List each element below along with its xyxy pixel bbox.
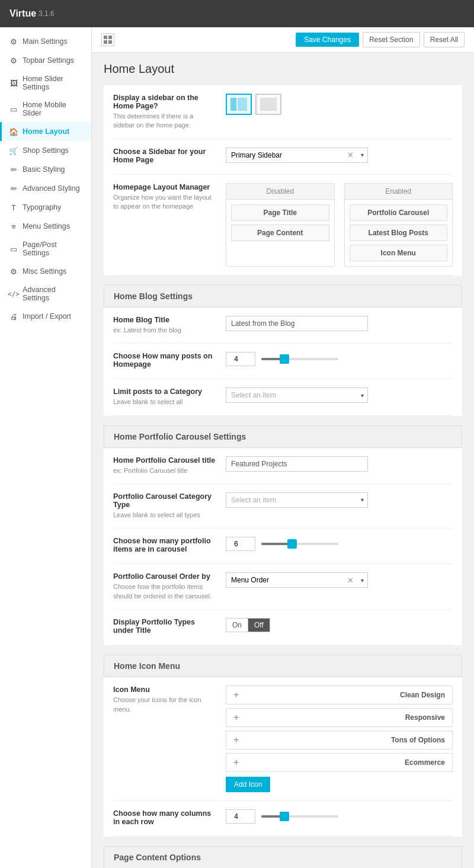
menu-icon: ≡	[9, 222, 18, 231]
list-item[interactable]: + Responsive	[226, 708, 453, 727]
action-bar: Save Changes Reset Section Reset All	[92, 27, 474, 53]
layout-item-portfolio-carousel[interactable]: Portfolio Carousel	[350, 204, 448, 221]
icon-menu-item-label: Responsive	[250, 713, 445, 722]
portfolio-items-slider-thumb[interactable]	[287, 539, 297, 549]
layout-manager-label: Homepage Layout Manager	[113, 183, 216, 191]
sidebar-display-row: Display a sidebar on the Home Page? This…	[113, 85, 453, 139]
list-item[interactable]: + Clean Design	[226, 686, 453, 704]
sidebar-select-wrap: Primary Sidebar ✕ ▾	[226, 148, 368, 163]
sidebar-display-desc: This determines if there is a sidebar on…	[113, 112, 216, 130]
portfolio-types-on-button[interactable]: On	[226, 618, 248, 632]
main-content: Save Changes Reset Section Reset All Hom…	[92, 27, 474, 868]
portfolio-types-toggle: On Off	[226, 618, 453, 632]
icon-columns-label: Choose how many columns in each row	[113, 809, 216, 826]
layout-item-page-title[interactable]: Page Title	[231, 204, 329, 221]
sidebar-item-typography[interactable]: T Typography	[0, 198, 91, 217]
add-icon-button[interactable]: Add Icon	[226, 777, 270, 792]
posts-count-label: Choose How many posts on Homepage	[113, 352, 216, 369]
svg-rect-0	[104, 36, 107, 39]
icon-menu-label: Icon Menu	[113, 686, 216, 694]
blog-title-input[interactable]	[226, 316, 368, 331]
sidebar-item-label: Misc Settings	[23, 267, 66, 276]
carousel-title-desc: ex: Portfolio Carousel title	[113, 466, 216, 475]
posts-slider-thumb[interactable]	[280, 354, 289, 364]
icon-menu-item-label: Tons of Options	[250, 736, 445, 744]
sidebar-item-misc-settings[interactable]: ⚙ Misc Settings	[0, 262, 91, 281]
sidebar-select-clear[interactable]: ✕	[344, 150, 357, 159]
sidebar-item-label: Home Slider Settings	[23, 75, 84, 91]
icon-columns-slider-thumb[interactable]	[280, 812, 289, 821]
carousel-title-input[interactable]	[226, 456, 368, 472]
icon-menu-section: Icon Menu Choose your icons for the icon…	[104, 677, 462, 837]
gear-icon: ⚙	[9, 56, 18, 65]
sidebar-item-advanced-settings[interactable]: </> Advanced Settings	[0, 281, 91, 307]
layout-item-page-content[interactable]: Page Content	[231, 225, 329, 241]
portfolio-category-row: Portfolio Carousel Category Type Leave b…	[113, 484, 453, 529]
portfolio-order-desc: Choose how the portfolio items should be…	[113, 582, 216, 601]
svg-rect-3	[108, 40, 112, 44]
portfolio-category-label: Portfolio Carousel Category Type	[113, 492, 216, 509]
sidebar-item-advanced-styling[interactable]: ✏ Advanced Styling	[0, 179, 91, 198]
portfolio-items-slider	[261, 543, 338, 545]
sidebar-item-page-post-settings[interactable]: ▭ Page/Post Settings	[0, 236, 91, 262]
sidebar-item-menu-settings[interactable]: ≡ Menu Settings	[0, 217, 91, 236]
layout-manager: Disabled Page Title Page Content Enabled…	[226, 183, 453, 267]
layout-manager-desc: Organize how you want the layout to appe…	[113, 193, 216, 212]
layout-with-sidebar[interactable]	[226, 94, 252, 115]
layout-manager-row: Homepage Layout Manager Organize how you…	[113, 175, 453, 276]
sidebar-item-topbar-settings[interactable]: ⚙ Topbar Settings	[0, 51, 91, 70]
portfolio-order-select[interactable]: Menu Order	[226, 573, 344, 587]
category-select[interactable]: Select an item	[226, 388, 357, 402]
sidebar-item-label: Home Layout	[23, 127, 69, 136]
list-item[interactable]: + Ecommerce	[226, 753, 453, 772]
layout-selector	[226, 94, 453, 115]
sidebar-item-label: Import / Export	[23, 312, 71, 321]
carousel-title-row: Home Portfolio Carousel title ex: Portfo…	[113, 448, 453, 484]
layout-no-sidebar[interactable]	[255, 94, 281, 115]
category-limit-row: Limit posts to a Category Leave blank to…	[113, 379, 453, 415]
list-item[interactable]: + Tons of Options	[226, 731, 453, 750]
svg-rect-6	[260, 98, 277, 111]
sidebar: ⚙ Main Settings ⚙ Topbar Settings 🖼 Home…	[0, 27, 92, 868]
sidebar-item-home-slider[interactable]: 🖼 Home Slider Settings	[0, 70, 91, 96]
sidebar-item-label: Main Settings	[23, 37, 68, 46]
icon-columns-slider-track[interactable]	[261, 815, 338, 818]
layout-item-latest-blog-posts[interactable]: Latest Blog Posts	[350, 225, 448, 241]
posts-count-input[interactable]	[226, 352, 255, 366]
category-select-wrap: Select an item ▾	[226, 387, 368, 403]
sidebar-select[interactable]: Primary Sidebar	[226, 148, 344, 162]
icon-columns-control	[226, 809, 453, 824]
portfolio-settings-section: Home Portfolio Carousel title ex: Portfo…	[104, 448, 462, 646]
category-limit-desc: Leave blank to select all	[113, 398, 216, 406]
sidebar-item-main-settings[interactable]: ⚙ Main Settings	[0, 32, 91, 51]
icon-columns-input[interactable]	[226, 809, 255, 824]
enabled-header: Enabled	[345, 184, 453, 200]
svg-rect-5	[238, 98, 247, 111]
save-changes-button[interactable]: Save Changes	[296, 33, 359, 47]
sidebar-item-shop-settings[interactable]: 🛒 Shop Settings	[0, 141, 91, 160]
portfolio-items-input[interactable]	[226, 537, 255, 551]
disabled-header: Disabled	[226, 184, 334, 200]
portfolio-settings-header: Home Portfolio Carousel Settings	[104, 425, 462, 448]
app-version: 3.1.6	[39, 9, 55, 18]
layout-item-icon-menu[interactable]: Icon Menu	[350, 245, 448, 261]
sidebar-item-basic-styling[interactable]: ✏ Basic Styling	[0, 160, 91, 179]
portfolio-items-row: Choose how many portfolio items are in c…	[113, 529, 453, 564]
sidebar-item-home-layout[interactable]: 🏠 Home Layout	[0, 122, 91, 141]
plus-icon: +	[233, 735, 243, 745]
posts-slider-track[interactable]	[261, 358, 338, 360]
sidebar-item-import-export[interactable]: 🖨 Import / Export	[0, 307, 91, 326]
sidebar-item-label: Topbar Settings	[23, 56, 74, 65]
sidebar-item-label: Advanced Styling	[23, 184, 80, 193]
portfolio-types-off-button[interactable]: Off	[248, 618, 270, 632]
plus-icon: +	[233, 712, 243, 723]
icon-menu-desc: Choose your icons for the icon menu.	[113, 696, 216, 714]
reset-all-button[interactable]: Reset All	[424, 32, 465, 47]
grid-view-button[interactable]	[101, 33, 114, 46]
sidebar-item-home-mobile-slider[interactable]: ▭ Home Mobile Slider	[0, 96, 91, 122]
portfolio-order-select-clear[interactable]: ✕	[344, 576, 357, 585]
reset-section-button[interactable]: Reset Section	[363, 32, 420, 47]
portfolio-category-select[interactable]: Select an item	[226, 493, 357, 507]
portfolio-items-slider-track[interactable]	[261, 543, 338, 545]
portfolio-order-label: Portfolio Carousel Order by	[113, 572, 216, 581]
